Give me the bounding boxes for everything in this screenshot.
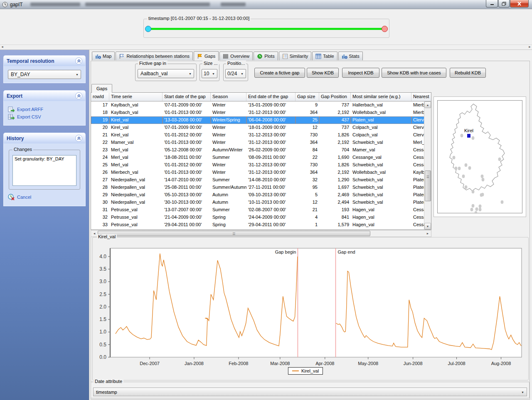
changes-list[interactable]: Set granularity: BY_DAY [12, 155, 76, 186]
inner-tab-gaps[interactable]: Gaps [91, 84, 112, 93]
scroll-right-icon[interactable]: ► [528, 45, 531, 48]
tab-stats[interactable]: Stats [338, 52, 363, 60]
changes-list-item[interactable]: Set granularity: BY_DAY [15, 156, 74, 161]
table-row[interactable]: 17Kaylbach_val'07-01-2009 00:00'Winter'1… [91, 101, 431, 109]
table-row[interactable]: 27Niederpallen_val'14-07-2010 00:00'Summ… [91, 176, 431, 184]
table-cell: Kirel_val [109, 131, 163, 139]
station-dot [481, 193, 484, 196]
scroll-left-icon[interactable]: ◄ [1, 45, 4, 48]
column-header-nearest[interactable]: Nearest [411, 93, 431, 101]
horizontal-scrollbar-thumb[interactable]: ☰ [98, 231, 370, 236]
tab-label: Gaps [204, 54, 215, 59]
create-a-fictive-gap-button[interactable]: Create a fictive gap [254, 68, 305, 78]
table-cell: 1,697 [319, 184, 351, 191]
x-tick-label: Jun-2008 [404, 361, 423, 366]
rebuild-kdb-button[interactable]: Rebuild KDB [450, 68, 486, 78]
timestamp-slider-right-handle[interactable] [382, 26, 388, 32]
column-header-rowid[interactable]: rowId [91, 93, 109, 101]
table-row[interactable]: 32Petrusse_val'21-04-2009 00:00'Spring'2… [91, 214, 431, 221]
column-header-gap-size[interactable]: Gap size [296, 93, 319, 101]
table-row[interactable]: 26Mierbech_val'01-01-2013 00:00'Winter'3… [91, 169, 431, 176]
tab-relationships-between-stations[interactable]: Relationships between stations [116, 52, 193, 60]
table-cell: '21-04-2009 00:00' [163, 214, 211, 221]
table-row[interactable]: 25Merl_val'01-01-2012 00:00'Winter'31-12… [91, 161, 431, 169]
column-header-most-similar-serie-w-g-[interactable]: Most similar serie (w.g.) [351, 93, 411, 101]
inspect-kdb-button[interactable]: Inspect KDB [342, 68, 379, 78]
export-csv-icon [8, 114, 15, 120]
timestamp-slider-track[interactable] [148, 28, 385, 30]
station-dot [465, 163, 468, 167]
show-kdb-button[interactable]: Show KDB [307, 68, 339, 78]
table-row[interactable]: 22Mamer_val'01-01-2013 00:00'Winter'31-1… [91, 139, 431, 146]
table-row[interactable]: 28Niederpallen_val'25-08-2011 00:00'Summ… [91, 184, 431, 191]
table-cell: 33 [91, 221, 109, 229]
minimize-button[interactable] [486, 0, 498, 7]
station-dot [475, 207, 478, 211]
scroll-up-icon[interactable]: ▲ [424, 101, 431, 108]
horizontal-splitter: ◄ ► [0, 44, 532, 50]
table-cell: 730 [296, 131, 319, 139]
close-button[interactable] [510, 0, 529, 7]
table-row[interactable]: 24Merl_val'18-08-2011 00:00'Summer'08-09… [91, 154, 431, 161]
table-cell: 1,826 [319, 161, 351, 169]
granularity-combobox[interactable]: BY_DAY ▼ [8, 70, 81, 79]
table-cell: 17 [91, 101, 109, 109]
tab-plots[interactable]: Plots [254, 52, 278, 60]
timestamp-slider-left-handle[interactable] [145, 26, 151, 32]
table-cell: 30 [91, 199, 109, 206]
vertical-scrollbar-thumb[interactable]: ☰ [425, 170, 431, 201]
table-cell: '31-12-2013 00:00' [246, 139, 296, 146]
column-header-gap-position[interactable]: Gap Position [319, 93, 351, 101]
table-cell: Schwebich_val [351, 176, 411, 184]
column-header-end-date-of-the-gap[interactable]: End date of the gap [246, 93, 296, 101]
table-row[interactable]: 18Kaylbach_val'01-01-2013 00:00'Winter'3… [91, 109, 431, 116]
table-row[interactable]: 19Kirel_val'13-03-2008 00:00'Winter/Spri… [91, 116, 431, 124]
export-header: Export [3, 90, 86, 101]
collapse-panel-button[interactable] [75, 135, 82, 142]
legend-line-sample [292, 370, 299, 371]
column-header-time-serie[interactable]: Time serie [109, 93, 163, 101]
tab-table[interactable]: Table [312, 52, 337, 60]
table-row[interactable]: 20Kirel_val'07-01-2009 00:00'Winter'18-0… [91, 124, 431, 131]
tab-map[interactable]: Map [92, 52, 115, 60]
scroll-down-icon[interactable]: ▼ [424, 223, 431, 230]
export-arff-link[interactable]: Export ARFF [8, 106, 81, 112]
table-cell: 29 [91, 191, 109, 199]
gap-size-combobox[interactable]: 10 ▼ [202, 69, 217, 78]
cancel-link[interactable]: Cancel [8, 194, 81, 200]
tab-overview[interactable]: Overview [219, 52, 253, 60]
restore-button[interactable] [498, 0, 510, 7]
export-csv-link[interactable]: Export CSV [8, 114, 81, 120]
gap-position-combobox[interactable]: 0/24 ▼ [225, 69, 246, 78]
table-row[interactable]: 31Petrusse_val'13-07-2007 00:00'Summer'0… [91, 206, 431, 214]
table-cell: Winter [211, 161, 246, 169]
fictive-gap-series-combobox[interactable]: Aalbach_val ▼ [138, 69, 194, 78]
timestamp-range-group: timestamp [01-01-2007 00:15 - 31-12-2013… [143, 19, 389, 38]
table-cell: Mierbech_val [109, 169, 163, 176]
table-cell: Niederpallen_val [109, 199, 163, 206]
table-row[interactable]: 29Niederpallen_val'05-10-2013 00:00'Autu… [91, 191, 431, 199]
table-cell: '31-12-2013 00:00' [246, 109, 296, 116]
relationships-tab-icon [119, 54, 125, 59]
tab-label: Relationships between stations [126, 54, 190, 59]
table-cell: '13-07-2007 00:00' [163, 206, 211, 214]
column-header-start-date-of-the-gap[interactable]: Start date of the gap [163, 93, 211, 101]
table-cell: Winter [211, 169, 246, 176]
table-row[interactable]: 30Niederpallen_val'30-10-2013 00:00'Autu… [91, 199, 431, 206]
column-header-season[interactable]: Season [211, 93, 246, 101]
table-cell: '10-11-2013 00:00' [246, 199, 296, 206]
scroll-right-icon[interactable]: ► [424, 230, 431, 237]
collapse-panel-button[interactable] [75, 57, 82, 64]
gaps-table-header: rowIdTime serieStart date of the gapSeas… [91, 93, 431, 101]
x-tick-label: Jan-2008 [185, 361, 204, 366]
tab-similarity[interactable]: Similarity [279, 52, 312, 60]
tab-gaps[interactable]: Gaps [194, 51, 219, 61]
date-attribute-combobox[interactable]: timestamp ▼ [93, 388, 527, 396]
table-row[interactable]: 23Merl_val'05-12-2008 00:00'Autumn/Winte… [91, 146, 431, 154]
collapse-panel-button[interactable] [75, 92, 82, 99]
table-row[interactable]: 33Petrusse_val'29-04-2011 00:00'Spring'2… [91, 221, 431, 229]
show-kdb-with-true-cases-button[interactable]: Show KDB with true cases [382, 68, 446, 78]
selected-station-marker[interactable] [467, 134, 470, 138]
table-cell: '05-12-2008 00:00' [163, 146, 211, 154]
table-row[interactable]: 21Kirel_val'01-01-2012 00:00'Winter'31-1… [91, 131, 431, 139]
